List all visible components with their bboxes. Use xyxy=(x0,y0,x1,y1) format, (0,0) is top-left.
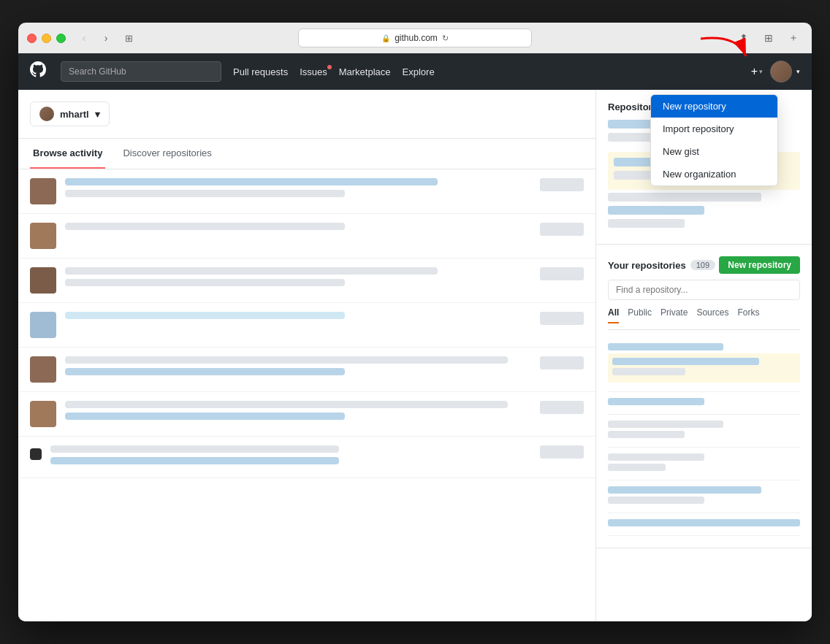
red-arrow-indicator xyxy=(686,33,759,69)
url-text: github.com xyxy=(395,33,438,43)
activity-line-2 xyxy=(65,368,345,375)
repo-list-item xyxy=(608,448,800,480)
nav-marketplace[interactable]: Marketplace xyxy=(339,66,391,77)
repo-name xyxy=(608,343,723,350)
activity-line xyxy=(65,312,345,319)
repo-desc xyxy=(608,464,666,471)
activity-item xyxy=(18,214,595,258)
activity-badge xyxy=(540,178,584,191)
blurred-block xyxy=(608,193,761,202)
activity-content xyxy=(65,401,531,424)
filter-tab-all[interactable]: All xyxy=(608,307,619,323)
repo-name xyxy=(608,398,704,405)
repo-desc xyxy=(608,497,704,504)
activity-item xyxy=(18,258,595,303)
activity-line-2 xyxy=(65,413,345,420)
activity-line xyxy=(65,223,345,230)
dropdown-new-gist[interactable]: New gist xyxy=(651,140,777,163)
user-avatar-sm xyxy=(39,107,54,121)
avatar-caret: ▾ xyxy=(796,68,800,75)
repo-list-item xyxy=(608,337,800,392)
activity-list xyxy=(18,169,595,478)
filter-tab-private[interactable]: Private xyxy=(660,307,688,323)
blurred-line xyxy=(612,358,759,365)
activity-avatar xyxy=(30,356,56,383)
github-logo[interactable] xyxy=(30,61,46,82)
repo-filter-tabs: All Public Private Sources Forks xyxy=(608,307,800,330)
user-caret: ▾ xyxy=(95,109,100,120)
activity-line xyxy=(65,178,438,185)
tab-discover-repositories[interactable]: Discover repositories xyxy=(120,139,214,169)
nav-arrows: ‹ › xyxy=(75,31,115,45)
new-window-button[interactable]: ＋ xyxy=(784,31,803,45)
github-navbar: Search GitHub Pull requests Issues Marke… xyxy=(18,53,812,90)
your-repositories-section: Your repositories 109 New repository All… xyxy=(596,245,812,548)
activity-content xyxy=(65,356,531,380)
new-repository-button[interactable]: New repository xyxy=(719,256,800,274)
activity-line xyxy=(65,267,438,275)
activity-line-2 xyxy=(65,190,345,197)
blurred-block xyxy=(608,206,704,215)
user-avatar-button[interactable] xyxy=(770,61,792,83)
tab-browse-activity[interactable]: Browse activity xyxy=(30,139,105,169)
back-button[interactable]: ‹ xyxy=(75,31,94,45)
nav-pull-requests[interactable]: Pull requests xyxy=(233,66,288,77)
maximize-button[interactable] xyxy=(56,34,66,43)
repo-count-badge: 109 xyxy=(690,260,715,270)
blurred-line xyxy=(612,368,685,375)
activity-line xyxy=(50,445,339,453)
activity-badge xyxy=(540,445,584,459)
search-input[interactable]: Search GitHub xyxy=(61,61,221,82)
repo-list-item xyxy=(608,513,800,536)
search-placeholder: Search GitHub xyxy=(69,66,126,77)
new-tab-button[interactable]: ⊞ xyxy=(759,31,778,45)
plus-dropdown-menu: New repository Import repository New gis… xyxy=(650,94,778,186)
browser-window: ‹ › ⊞ 🔒 github.com ↻ ⬆ ⊞ ＋ Search GitHub xyxy=(18,23,812,621)
your-repos-label: Your repositories xyxy=(608,260,686,271)
activity-badge xyxy=(540,223,584,236)
dropdown-new-repository[interactable]: New repository xyxy=(651,95,777,118)
forward-button[interactable]: › xyxy=(96,31,115,45)
activity-content xyxy=(65,178,531,202)
url-input[interactable]: 🔒 github.com ↻ xyxy=(298,28,532,47)
left-panel: mhartl ▾ Browse activity Discover reposi… xyxy=(18,90,595,621)
repo-name xyxy=(608,421,723,428)
repo-list-item xyxy=(608,480,800,513)
activity-item xyxy=(18,169,595,214)
nav-issues[interactable]: Issues xyxy=(300,66,327,77)
activity-line-2 xyxy=(50,457,339,464)
tab-view-button[interactable]: ⊞ xyxy=(121,31,136,45)
activity-item xyxy=(18,437,595,478)
nav-explore[interactable]: Explore xyxy=(403,66,435,77)
activity-content xyxy=(65,223,531,234)
activity-avatar xyxy=(30,312,56,338)
dropdown-import-repository[interactable]: Import repository xyxy=(651,118,777,140)
filter-tab-sources[interactable]: Sources xyxy=(696,307,728,323)
repo-name xyxy=(608,486,761,494)
user-switcher-button[interactable]: mhartl ▾ xyxy=(30,101,110,126)
dropdown-new-organization[interactable]: New organization xyxy=(651,163,777,185)
activity-badge xyxy=(540,267,584,280)
activity-tabs: Browse activity Discover repositories xyxy=(18,139,595,169)
minimize-button[interactable] xyxy=(42,34,51,43)
activity-content xyxy=(65,267,531,291)
repo-list-item xyxy=(608,392,800,415)
activity-item xyxy=(18,348,595,392)
reload-icon[interactable]: ↻ xyxy=(442,34,449,43)
blurred-block xyxy=(608,219,685,228)
find-repository-input[interactable] xyxy=(608,280,800,300)
activity-line xyxy=(65,401,508,408)
section-header: Your repositories 109 New repository xyxy=(608,256,800,274)
activity-avatar xyxy=(30,178,56,204)
activity-badge xyxy=(540,356,584,369)
activity-badge xyxy=(540,401,584,414)
traffic-lights xyxy=(27,34,66,43)
activity-avatar xyxy=(30,401,56,427)
repo-name xyxy=(608,453,704,461)
activity-content xyxy=(65,312,531,323)
repo-desc xyxy=(608,431,685,438)
filter-tab-forks[interactable]: Forks xyxy=(737,307,759,323)
filter-tab-public[interactable]: Public xyxy=(628,307,652,323)
repo-name xyxy=(608,519,800,526)
close-button[interactable] xyxy=(27,34,37,43)
